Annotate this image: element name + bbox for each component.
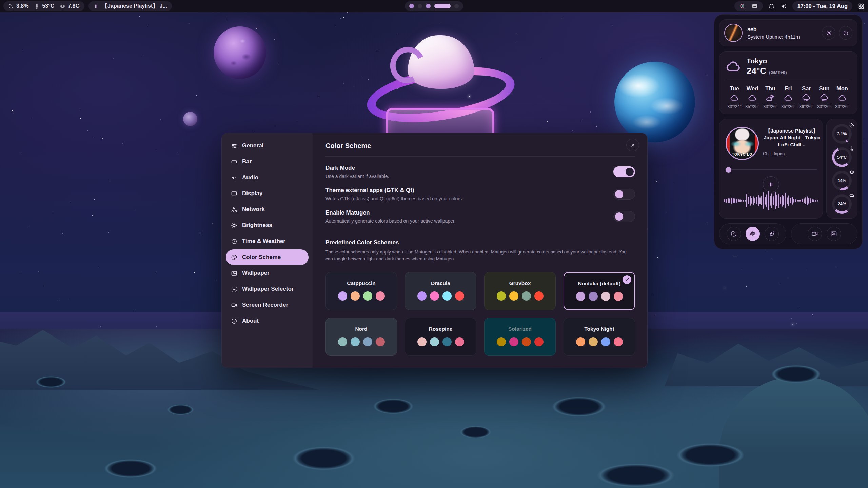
scheme-color-dot bbox=[601, 292, 610, 301]
sidebar-item-general[interactable]: General bbox=[226, 138, 309, 154]
overview-icon[interactable] bbox=[857, 3, 865, 10]
sidebar-item-audio[interactable]: Audio bbox=[226, 170, 309, 185]
sidebar-item-color-scheme[interactable]: Color Scheme bbox=[226, 249, 309, 265]
earth-planet bbox=[614, 62, 695, 142]
bell-icon[interactable] bbox=[768, 3, 775, 10]
forecast-day-label: Sun bbox=[819, 85, 829, 92]
workspace-dot-empty[interactable] bbox=[454, 4, 459, 8]
desktop: 3.8%53°C7.8G 【Japanese Playlist】 J... 17… bbox=[0, 0, 868, 488]
visualizer-bar bbox=[734, 198, 735, 203]
workspace-dot-empty[interactable] bbox=[418, 4, 422, 8]
settings-content: Color Scheme Dark ModeUse a dark variant… bbox=[313, 133, 648, 368]
enable-matugen-toggle[interactable] bbox=[613, 211, 635, 222]
system-uptime: System Uptime: 4h11m bbox=[747, 34, 800, 40]
screen-recorder-button[interactable] bbox=[808, 227, 822, 241]
weather-forecast: Tue33°/24°Wed35°/25°Thu33°/26°Fri35°/26°… bbox=[726, 85, 851, 109]
clock-icon bbox=[231, 238, 237, 245]
clock-pill[interactable]: 17:09 - Tue, 19 Aug bbox=[792, 1, 852, 11]
workspace-dot-active[interactable] bbox=[434, 4, 451, 8]
sidebar-item-bar[interactable]: Bar bbox=[226, 154, 309, 169]
gear-icon[interactable] bbox=[822, 26, 835, 40]
media-title: 【Japanese Playlist】 Japan All Night - To… bbox=[763, 127, 821, 148]
sidebar-item-network[interactable]: Network bbox=[226, 202, 309, 217]
scheme-card-catppuccin[interactable]: Catppuccin bbox=[326, 272, 397, 310]
screen-recorder-icon bbox=[231, 302, 237, 308]
system-monitor-pill[interactable]: 3.8%53°C7.8G bbox=[3, 1, 84, 11]
tray-app-icon[interactable] bbox=[739, 3, 746, 9]
avatar[interactable] bbox=[724, 24, 743, 42]
scheme-color-dot bbox=[534, 291, 544, 301]
scheme-card-gruvbox[interactable]: Gruvbox bbox=[484, 272, 556, 310]
gauge-icon bbox=[849, 123, 854, 128]
visualizer-bar bbox=[800, 200, 801, 202]
setting-row-theme-external-apps: Theme external apps (GTK & Qt)Writes GTK… bbox=[326, 187, 635, 201]
bar-media-pill[interactable]: 【Japanese Playlist】 J... bbox=[88, 1, 172, 11]
sun-cloud-icon bbox=[766, 94, 775, 103]
visualizer-bar bbox=[758, 195, 759, 206]
clock-label: 17:09 - Tue, 19 Aug bbox=[797, 3, 848, 9]
visualizer-bar bbox=[761, 196, 762, 205]
cloud-icon bbox=[726, 59, 742, 75]
visualizer-bar bbox=[724, 199, 725, 202]
visualizer-bar bbox=[731, 198, 732, 204]
scheme-color-dot bbox=[614, 337, 623, 346]
audio-visualizer bbox=[724, 188, 818, 214]
sliders-icon bbox=[231, 143, 237, 149]
dark-mode-toggle[interactable] bbox=[613, 166, 635, 177]
scheme-card-noctalia-default[interactable]: Noctalia (default) bbox=[564, 272, 635, 310]
scheme-color-dot bbox=[601, 337, 610, 346]
scheme-card-nord[interactable]: Nord bbox=[326, 318, 397, 356]
visualizer-bar bbox=[805, 197, 806, 204]
screenshot-icon[interactable] bbox=[751, 3, 758, 9]
sidebar-item-wallpaper-selector[interactable]: Wallpaper Selector bbox=[226, 281, 309, 297]
toggle-knob bbox=[615, 190, 623, 198]
media-progress-handle[interactable] bbox=[726, 167, 731, 173]
wallpaper-selector-button[interactable] bbox=[827, 227, 841, 241]
volume-icon[interactable] bbox=[780, 3, 787, 10]
sidebar-item-label: Display bbox=[242, 190, 262, 197]
sidebar-item-label: General bbox=[242, 142, 263, 149]
theme-external-apps-toggle[interactable] bbox=[613, 189, 635, 200]
display-icon bbox=[231, 190, 237, 197]
workspace-dot-occupied[interactable] bbox=[426, 4, 431, 8]
visualizer-bar bbox=[733, 198, 734, 203]
bar-icon bbox=[231, 159, 237, 165]
forecast-day-sat: Sat36°/26° bbox=[797, 85, 815, 109]
scheme-card-tokyo-night[interactable]: Tokyo Night bbox=[564, 318, 635, 356]
profile-performance-button[interactable] bbox=[727, 227, 741, 241]
sidebar-item-label: Audio bbox=[242, 174, 258, 181]
sidebar-item-about[interactable]: About bbox=[226, 313, 309, 329]
close-icon[interactable] bbox=[626, 139, 639, 151]
scheme-card-solarized[interactable]: Solarized bbox=[484, 318, 556, 356]
scheme-color-dot bbox=[442, 337, 452, 346]
workspace-dot-occupied[interactable] bbox=[409, 4, 414, 8]
sidebar-item-wallpaper[interactable]: Wallpaper bbox=[226, 265, 309, 281]
system-tray bbox=[734, 1, 763, 11]
cloud-icon bbox=[748, 94, 757, 103]
sidebar-item-time-weather[interactable]: Time & Weather bbox=[226, 233, 309, 249]
scheme-color-dot bbox=[430, 337, 439, 346]
visualizer-bar bbox=[773, 196, 774, 205]
visualizer-bar bbox=[783, 196, 784, 205]
media-progress-bar[interactable] bbox=[725, 169, 817, 170]
cloud-icon bbox=[730, 94, 739, 103]
visualizer-bar bbox=[792, 197, 793, 205]
visualizer-bar bbox=[756, 197, 757, 204]
wallpaper-icon bbox=[830, 230, 837, 237]
visualizer-bar bbox=[765, 197, 766, 205]
profile-power-saver-button[interactable] bbox=[765, 227, 779, 241]
sidebar-item-display[interactable]: Display bbox=[226, 186, 309, 201]
system-stat-memory: 7.8G bbox=[60, 3, 80, 9]
scheme-card-dracula[interactable]: Dracula bbox=[405, 272, 476, 310]
toggle-knob bbox=[626, 168, 634, 176]
scheme-card-rosepine[interactable]: Rosepine bbox=[405, 318, 476, 356]
thermometer-icon bbox=[849, 146, 854, 151]
power-icon[interactable] bbox=[839, 26, 852, 40]
forecast-temps: 35°/26° bbox=[781, 104, 795, 109]
setting-title: Enable Matugen bbox=[326, 209, 456, 216]
visualizer-bar bbox=[770, 196, 771, 206]
profile-balanced-button[interactable] bbox=[746, 227, 760, 241]
sidebar-item-brightness[interactable]: Brightness bbox=[226, 218, 309, 233]
sidebar-item-screen-recorder[interactable]: Screen Recorder bbox=[226, 297, 309, 313]
power-profile-group bbox=[719, 223, 786, 244]
